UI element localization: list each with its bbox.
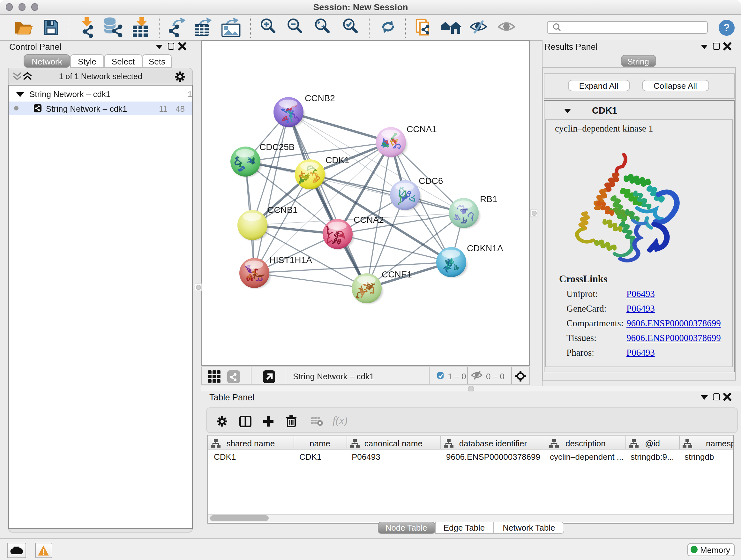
svg-text:CCNA2: CCNA2 bbox=[353, 214, 384, 225]
svg-text:CCNE1: CCNE1 bbox=[381, 269, 412, 279]
svg-text:CCNA1: CCNA1 bbox=[406, 124, 436, 134]
svg-text:CDC6: CDC6 bbox=[418, 176, 443, 186]
svg-text:CCNB2: CCNB2 bbox=[305, 93, 335, 103]
svg-text:CDC25B: CDC25B bbox=[259, 142, 294, 152]
svg-text:CDK1: CDK1 bbox=[325, 155, 349, 165]
svg-text:HIST1H1A: HIST1H1A bbox=[269, 255, 312, 265]
svg-text:RB1: RB1 bbox=[480, 194, 497, 204]
svg-text:CDKN1A: CDKN1A bbox=[467, 243, 503, 253]
svg-text:CCNB1: CCNB1 bbox=[267, 205, 297, 214]
